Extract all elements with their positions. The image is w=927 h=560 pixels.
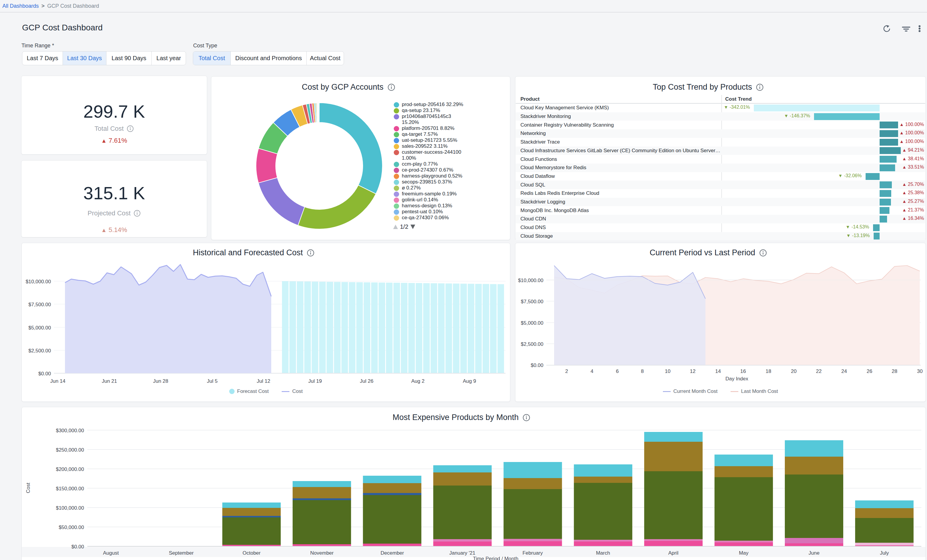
svg-text:8: 8 [641, 369, 644, 374]
svg-text:March: March [596, 550, 610, 556]
svg-text:24: 24 [842, 369, 847, 374]
svg-text:10: 10 [665, 369, 671, 374]
svg-text:Jul 26: Jul 26 [360, 378, 373, 384]
svg-text:16: 16 [740, 369, 746, 374]
svg-text:Aug 9: Aug 9 [463, 378, 476, 384]
svg-text:6: 6 [616, 369, 619, 374]
svg-text:Jul 5: Jul 5 [207, 378, 217, 384]
svg-text:October: October [243, 550, 261, 556]
svg-text:4: 4 [591, 369, 593, 374]
svg-text:12: 12 [690, 369, 696, 374]
svg-text:20: 20 [791, 369, 797, 374]
svg-text:$2,500.00: $2,500.00 [28, 348, 51, 354]
svg-text:April: April [668, 550, 678, 556]
svg-text:14: 14 [715, 369, 721, 374]
svg-text:$250,000.00: $250,000.00 [56, 447, 84, 453]
svg-text:Jul 12: Jul 12 [257, 378, 270, 384]
svg-text:18: 18 [766, 369, 771, 374]
svg-text:Day Index: Day Index [725, 376, 748, 382]
svg-text:September: September [169, 550, 193, 556]
svg-text:January '21: January '21 [449, 550, 475, 556]
svg-text:February: February [523, 550, 543, 556]
svg-text:$2,500.00: $2,500.00 [521, 341, 543, 347]
svg-text:$300,000.00: $300,000.00 [56, 428, 84, 433]
svg-text:July: July [880, 550, 889, 556]
svg-text:$5,000.00: $5,000.00 [521, 320, 543, 326]
svg-text:$0.00: $0.00 [71, 544, 84, 549]
svg-text:$150,000.00: $150,000.00 [56, 486, 84, 492]
svg-text:22: 22 [816, 369, 822, 374]
svg-text:November: November [310, 550, 334, 556]
svg-text:$5,000.00: $5,000.00 [28, 325, 51, 331]
svg-text:Jun 28: Jun 28 [153, 378, 168, 384]
svg-text:Jun 14: Jun 14 [50, 378, 65, 384]
svg-text:$0.00: $0.00 [530, 363, 543, 368]
svg-text:$200,000.00: $200,000.00 [56, 466, 84, 472]
svg-text:28: 28 [892, 369, 898, 374]
svg-text:30: 30 [917, 369, 923, 374]
svg-text:Time Period / Month: Time Period / Month [473, 556, 518, 560]
svg-text:$10,000.00: $10,000.00 [518, 278, 543, 283]
svg-text:$100,000.00: $100,000.00 [56, 505, 84, 511]
svg-text:2: 2 [565, 369, 568, 374]
svg-text:$7,500.00: $7,500.00 [521, 299, 543, 304]
svg-text:Aug 2: Aug 2 [411, 378, 424, 384]
svg-text:Jun 21: Jun 21 [102, 378, 117, 384]
svg-text:June: June [808, 550, 820, 556]
svg-text:Jul 19: Jul 19 [308, 378, 322, 384]
svg-text:$0.00: $0.00 [38, 371, 51, 376]
svg-text:August: August [103, 550, 119, 556]
svg-text:$10,000.00: $10,000.00 [26, 279, 51, 284]
svg-text:$7,500.00: $7,500.00 [28, 302, 51, 307]
svg-text:December: December [381, 550, 404, 556]
svg-text:$50,000.00: $50,000.00 [59, 525, 84, 530]
svg-text:May: May [739, 550, 749, 556]
svg-text:Cost: Cost [25, 483, 31, 493]
svg-text:26: 26 [867, 369, 872, 374]
